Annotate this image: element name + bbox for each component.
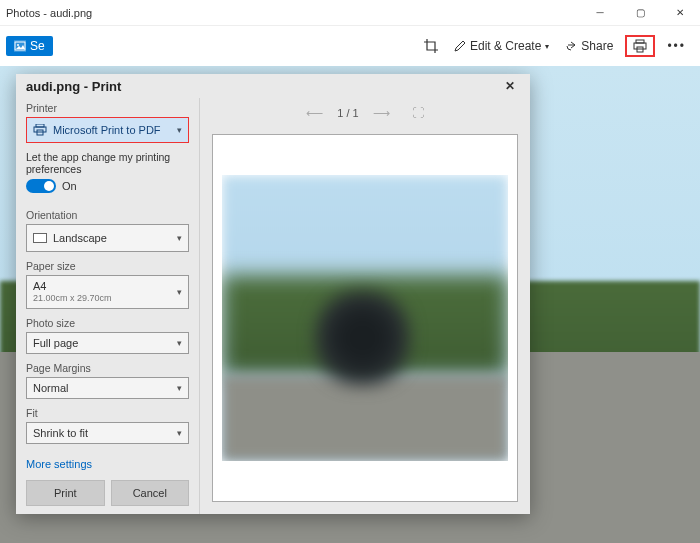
ellipsis-icon: ••• bbox=[667, 39, 686, 53]
edit-create-label: Edit & Create bbox=[470, 39, 541, 53]
chevron-down-icon: ▾ bbox=[177, 428, 182, 438]
chevron-down-icon: ▾ bbox=[177, 383, 182, 393]
share-button[interactable]: Share bbox=[557, 35, 621, 57]
fit-page-button[interactable]: ⛶ bbox=[412, 106, 424, 120]
page-margins-label: Page Margins bbox=[26, 362, 189, 374]
edit-create-button[interactable]: Edit & Create ▾ bbox=[446, 35, 557, 57]
paper-size-value: A4 bbox=[33, 280, 46, 293]
svg-point-2 bbox=[17, 44, 19, 46]
photo-icon bbox=[14, 40, 26, 52]
more-settings-link[interactable]: More settings bbox=[26, 458, 189, 470]
preferences-toggle[interactable] bbox=[26, 179, 56, 193]
svg-rect-4 bbox=[634, 43, 646, 49]
preview-image bbox=[222, 175, 508, 460]
prev-page-button[interactable]: ⟵ bbox=[306, 106, 323, 120]
close-dialog-button[interactable]: ✕ bbox=[500, 76, 520, 96]
pencil-icon bbox=[454, 40, 466, 52]
orientation-label: Orientation bbox=[26, 209, 189, 221]
print-dialog: audi.png - Print ✕ Printer Microsoft Pri… bbox=[16, 74, 530, 514]
toggle-on-label: On bbox=[62, 180, 77, 192]
print-dialog-title: audi.png - Print bbox=[26, 79, 121, 94]
maximize-button[interactable]: ▢ bbox=[620, 0, 660, 26]
fit-value: Shrink to fit bbox=[33, 427, 88, 439]
chevron-down-icon: ▾ bbox=[177, 338, 182, 348]
more-button[interactable]: ••• bbox=[659, 35, 694, 57]
print-button[interactable] bbox=[625, 35, 655, 57]
chevron-down-icon: ▾ bbox=[177, 233, 182, 243]
photo-size-value: Full page bbox=[33, 337, 78, 349]
printer-icon bbox=[633, 39, 647, 53]
minimize-button[interactable]: ─ bbox=[580, 0, 620, 26]
see-photos-label: Se bbox=[30, 39, 45, 53]
fit-label: Fit bbox=[26, 407, 189, 419]
see-photos-button[interactable]: Se bbox=[6, 36, 53, 56]
next-page-button[interactable]: ⟶ bbox=[373, 106, 390, 120]
printer-value: Microsoft Print to PDF bbox=[53, 124, 161, 136]
cancel-button[interactable]: Cancel bbox=[111, 480, 190, 506]
printer-device-icon bbox=[33, 124, 47, 136]
window-title: Photos - audi.png bbox=[6, 7, 92, 19]
landscape-icon bbox=[33, 233, 47, 243]
preview-page bbox=[212, 134, 518, 502]
window-controls: ─ ▢ ✕ bbox=[580, 0, 700, 26]
photo-viewer: audi.png - Print ✕ Printer Microsoft Pri… bbox=[0, 66, 700, 543]
orientation-value: Landscape bbox=[53, 232, 107, 244]
photo-size-label: Photo size bbox=[26, 317, 189, 329]
orientation-select[interactable]: Landscape ▾ bbox=[26, 224, 189, 252]
crop-tool-button[interactable] bbox=[416, 35, 446, 57]
printing-preferences-text: Let the app change my printing preferenc… bbox=[26, 151, 189, 175]
print-submit-button[interactable]: Print bbox=[26, 480, 105, 506]
print-settings-panel: Printer Microsoft Print to PDF ▾ Let the… bbox=[16, 98, 200, 514]
chevron-down-icon: ▾ bbox=[177, 125, 182, 135]
print-preview-panel: ⟵ 1 / 1 ⟶ ⛶ bbox=[200, 98, 530, 514]
titlebar: Photos - audi.png ─ ▢ ✕ bbox=[0, 0, 700, 26]
close-window-button[interactable]: ✕ bbox=[660, 0, 700, 26]
app-toolbar: Se Edit & Create ▾ Share ••• bbox=[0, 26, 700, 66]
paper-size-dimensions: 21.00cm x 29.70cm bbox=[33, 293, 112, 304]
share-label: Share bbox=[581, 39, 613, 53]
share-icon bbox=[565, 40, 577, 52]
fit-select[interactable]: Shrink to fit ▾ bbox=[26, 422, 189, 444]
paper-size-label: Paper size bbox=[26, 260, 189, 272]
photo-size-select[interactable]: Full page ▾ bbox=[26, 332, 189, 354]
paper-size-select[interactable]: A4 21.00cm x 29.70cm ▾ bbox=[26, 275, 189, 309]
chevron-down-icon: ▾ bbox=[545, 42, 549, 51]
chevron-down-icon: ▾ bbox=[177, 287, 182, 298]
print-dialog-header: audi.png - Print ✕ bbox=[16, 74, 530, 98]
page-margins-select[interactable]: Normal ▾ bbox=[26, 377, 189, 399]
printer-select[interactable]: Microsoft Print to PDF ▾ bbox=[26, 117, 189, 143]
photos-app-window: Photos - audi.png ─ ▢ ✕ Se Edit & Create… bbox=[0, 0, 700, 543]
printer-label: Printer bbox=[26, 102, 189, 114]
page-margins-value: Normal bbox=[33, 382, 68, 394]
preview-pager: ⟵ 1 / 1 ⟶ ⛶ bbox=[200, 98, 530, 128]
page-indicator: 1 / 1 bbox=[337, 107, 358, 119]
